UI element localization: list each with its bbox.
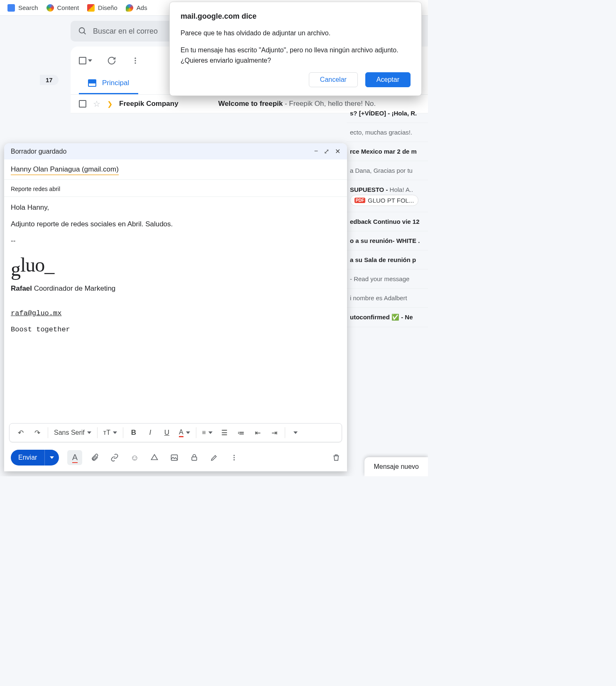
cancel-button[interactable]: Cancelar — [309, 72, 358, 87]
chevron-down-icon — [88, 59, 92, 62]
bookmark-icon — [126, 4, 133, 12]
inbox-icon — [88, 79, 96, 87]
text-format-toggle[interactable]: A — [67, 450, 82, 465]
bg-row[interactable]: SUPUESTO - Hola! A.. PDF GLUO PT FOL... — [347, 180, 428, 212]
svg-point-3 — [134, 60, 136, 61]
more-format-button[interactable] — [288, 425, 303, 441]
bg-row[interactable]: a Dana, Gracias por tu — [347, 161, 428, 180]
close-icon[interactable]: ✕ — [335, 147, 340, 155]
bookmark-icon — [7, 4, 15, 12]
alert-dialog: mail.google.com dice Parece que te has o… — [169, 2, 422, 96]
text-color-button[interactable]: A — [176, 425, 193, 441]
bookmark-label: Search — [18, 4, 38, 11]
svg-point-8 — [234, 457, 235, 458]
bg-row[interactable]: edback Continuo vie 12 — [347, 212, 428, 231]
bg-row[interactable]: - Read your message — [347, 270, 428, 289]
dialog-line1: Parece que te has olvidado de adjuntar u… — [181, 28, 411, 39]
discard-draft-button[interactable] — [332, 453, 340, 462]
subject-field[interactable]: Reporte redes abril — [4, 180, 347, 197]
tab-label: Principal — [102, 79, 129, 87]
search-icon — [78, 27, 87, 36]
minimize-icon[interactable]: − — [314, 147, 318, 155]
bookmark-icon — [46, 4, 54, 12]
link-icon[interactable] — [107, 450, 122, 465]
new-message-tab[interactable]: Mensaje nuevo — [364, 457, 428, 476]
svg-point-2 — [134, 58, 136, 59]
background-email-list: s? [+VÍDEO] - ¡Hola, R. ecto, muchas gra… — [347, 104, 428, 327]
image-icon[interactable] — [167, 450, 182, 465]
checkbox-icon — [79, 57, 86, 64]
bg-row[interactable]: i nombre es Adalbert — [347, 289, 428, 308]
pdf-icon: PDF — [354, 198, 365, 203]
compose-window: Borrador guardado − ⤢ ✕ Hanny Olan Pania… — [4, 143, 347, 471]
select-all-checkbox[interactable] — [79, 57, 92, 64]
bg-row[interactable]: utoconfirmed ✅ - Ne — [347, 308, 428, 327]
svg-point-4 — [134, 62, 136, 64]
bg-row[interactable]: ecto, muchas gracias!. — [347, 123, 428, 142]
ordered-list-button[interactable]: ☰ — [217, 425, 232, 441]
font-size-select[interactable]: тT — [100, 425, 120, 441]
confidential-icon[interactable] — [187, 450, 202, 465]
svg-point-0 — [79, 28, 85, 33]
email-sender: Freepik Company — [119, 100, 178, 108]
svg-rect-6 — [192, 457, 197, 460]
row-checkbox[interactable] — [79, 100, 86, 108]
send-button[interactable]: Enviar — [11, 450, 59, 466]
recipients-field[interactable]: Hanny Olan Paniagua (gmail.com) — [4, 159, 347, 180]
italic-button[interactable]: I — [142, 425, 158, 441]
attachment-chip[interactable]: PDF GLUO PT FOL... — [350, 195, 418, 206]
bold-button[interactable]: B — [126, 425, 142, 441]
compose-body[interactable]: Hola Hanny, Adjunto reporte de redes soc… — [4, 197, 347, 420]
bookmark-search[interactable]: Search — [3, 2, 42, 13]
bookmark-label: Content — [57, 4, 79, 11]
send-bar: Enviar A ☺ — [4, 446, 347, 471]
svg-line-1 — [84, 32, 86, 34]
bookmark-label: Ads — [137, 4, 147, 11]
compose-title: Borrador guardado — [11, 148, 66, 155]
bookmark-content[interactable]: Content — [42, 2, 83, 13]
outdent-button[interactable]: ⇤ — [250, 425, 266, 441]
emoji-icon[interactable]: ☺ — [127, 450, 142, 465]
refresh-button[interactable] — [107, 56, 116, 65]
bookmark-diseno[interactable]: Diseño — [83, 2, 122, 13]
signature-logo: gluo_ — [11, 253, 340, 276]
bg-row[interactable]: o a su reunión- WHITE . — [347, 231, 428, 250]
indent-button[interactable]: ⇥ — [266, 425, 282, 441]
signature-icon[interactable] — [207, 450, 222, 465]
bookmark-icon — [87, 4, 95, 12]
search-placeholder: Buscar en el correo — [93, 27, 158, 36]
font-select[interactable]: Sans Serif — [51, 425, 95, 441]
bookmark-ads[interactable]: Ads — [122, 2, 152, 13]
fullscreen-icon[interactable]: ⤢ — [324, 147, 329, 155]
bg-row[interactable]: rce Mexico mar 2 de m — [347, 142, 428, 161]
svg-point-7 — [234, 455, 235, 456]
accept-button[interactable]: Aceptar — [365, 72, 411, 87]
send-options-button[interactable] — [44, 450, 59, 466]
recipient-chip[interactable]: Hanny Olan Paniagua (gmail.com) — [11, 165, 119, 175]
undo-button[interactable]: ↶ — [13, 425, 29, 441]
underline-button[interactable]: U — [159, 425, 175, 441]
format-toolbar: ↶ ↷ Sans Serif тT B I U A ≡ ☰ ≔ ⇤ ⇥ — [9, 423, 342, 442]
bookmark-label: Diseño — [98, 4, 117, 11]
redo-button[interactable]: ↷ — [29, 425, 45, 441]
attach-icon[interactable] — [87, 450, 102, 465]
svg-point-9 — [234, 459, 235, 461]
bg-row[interactable]: a su Sala de reunión p — [347, 250, 428, 270]
bg-row[interactable]: s? [+VÍDEO] - ¡Hola, R. — [347, 104, 428, 123]
align-button[interactable]: ≡ — [199, 425, 216, 441]
dialog-title: mail.google.com dice — [181, 12, 411, 21]
sidebar-unread-badge[interactable]: 17 — [40, 75, 59, 85]
more-options-icon[interactable] — [227, 450, 242, 465]
important-marker-icon[interactable]: ❯ — [107, 100, 112, 108]
drive-icon[interactable] — [147, 450, 162, 465]
star-icon[interactable]: ☆ — [93, 99, 100, 109]
dialog-line2: En tu mensaje has escrito "Adjunto", per… — [181, 45, 411, 66]
compose-header[interactable]: Borrador guardado − ⤢ ✕ — [4, 143, 347, 159]
more-button[interactable] — [131, 56, 139, 65]
tab-principal[interactable]: Principal — [79, 73, 138, 94]
unordered-list-button[interactable]: ≔ — [233, 425, 249, 441]
